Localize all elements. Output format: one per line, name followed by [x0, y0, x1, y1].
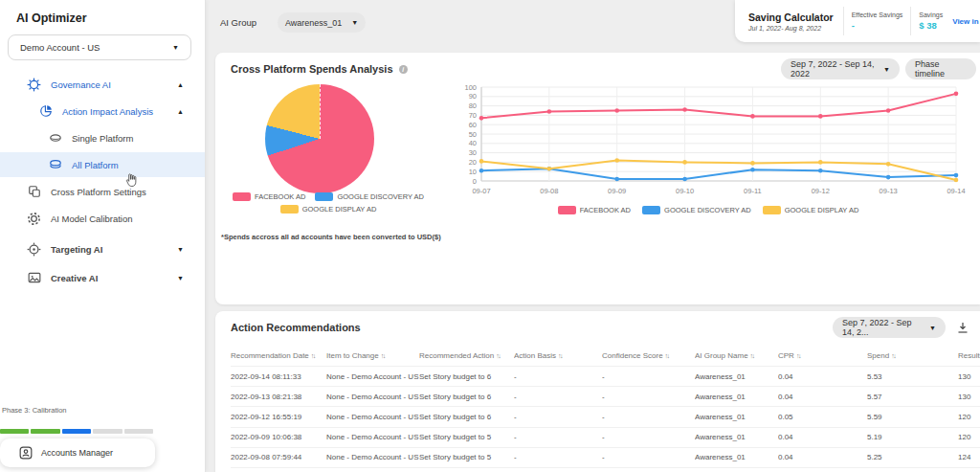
line-chart-legend: FACEBOOK ADGOOGLE DISCOVERY ADGOOGLE DIS…	[445, 206, 971, 214]
sidebar-item-label: All Platform	[72, 160, 119, 170]
table-cell: -	[602, 427, 695, 447]
legend-item[interactable]: GOOGLE DISCOVERY AD	[315, 192, 424, 201]
table-cell: -	[602, 447, 695, 467]
legend-label: GOOGLE DISCOVERY AD	[664, 206, 751, 214]
chevron-up-icon[interactable]: ▲	[177, 81, 184, 88]
table-cell: 0.04	[778, 467, 867, 472]
table-row: 2022-09-12 16:55:19None - Demo Account -…	[231, 407, 980, 427]
data-point	[682, 160, 687, 165]
phase-timeline-button[interactable]: Phase timeline	[905, 58, 976, 79]
sort-icon[interactable]: ↑↓	[796, 352, 800, 359]
sort-icon[interactable]: ↑↓	[665, 352, 669, 359]
table-cell: -	[602, 387, 695, 407]
column-header: Action Basis↑↓	[514, 346, 602, 367]
spend-trend-line-chart: 010203040506070809010009-0709-0809-0909-…	[445, 78, 971, 208]
sidebar-item-label: Targeting AI	[51, 244, 102, 255]
sidebar-item-ai-model-calibration[interactable]: AI Model Calibration	[0, 206, 205, 231]
sidebar-item-creative-ai[interactable]: Creative AI ▼	[0, 265, 205, 290]
table-cell: 5.45	[867, 467, 958, 472]
image-icon	[27, 271, 41, 285]
spends-date-range-value: Sep 7, 2022 - Sep 14, 2022	[791, 59, 876, 79]
legend-item[interactable]: GOOGLE DISPLAY AD	[280, 205, 377, 214]
saving-calculator-title: Saving Calculator	[748, 11, 834, 23]
table-cell: None - Demo Account - US	[326, 387, 419, 407]
all-platform-icon	[48, 158, 62, 172]
gear-icon	[27, 212, 41, 226]
legend-item[interactable]: FACEBOOK AD	[558, 206, 631, 214]
chevron-down-icon[interactable]: ▼	[177, 275, 184, 281]
accounts-manager-button[interactable]: Accounts Manager	[0, 438, 155, 467]
spends-date-range-dropdown[interactable]: Sep 7, 2022 - Sep 14, 2022 ▼	[781, 58, 900, 79]
recommendations-date-range-dropdown[interactable]: Sep 7, 2022 - Sep 14, 2... ▼	[833, 317, 946, 338]
column-header: Recommendation Date↑↓	[231, 346, 326, 367]
recommendations-title: Action Recommendations	[231, 322, 361, 333]
chevron-up-icon[interactable]: ▲	[177, 108, 184, 115]
table-cell: 0.04	[778, 387, 867, 407]
table-cell: Awareness_01	[695, 367, 778, 387]
legend-item[interactable]: GOOGLE DISCOVERY AD	[642, 206, 751, 214]
table-cell: 0.04	[778, 367, 867, 387]
sidebar-item-single-platform[interactable]: Single Platform	[0, 125, 205, 150]
sort-icon[interactable]: ↑↓	[496, 352, 500, 359]
data-point	[614, 108, 619, 113]
table-cell: 130	[958, 367, 980, 387]
recommendations-date-range-value: Sep 7, 2022 - Sep 14, 2...	[842, 318, 922, 337]
table-cell: Set Story budget to 5	[419, 427, 514, 447]
account-selector[interactable]: Demo Account - US ▼	[8, 34, 191, 60]
sort-icon[interactable]: ↑↓	[381, 352, 385, 359]
legend-swatch	[642, 206, 660, 214]
y-tick-label: 60	[469, 121, 477, 129]
table-row: 2022-09-07 08:34:29None - Demo Account -…	[231, 467, 980, 472]
sort-icon[interactable]: ↑↓	[311, 352, 315, 359]
ai-group-value: Awareness_01	[285, 18, 342, 28]
legend-label: GOOGLE DISCOVERY AD	[337, 192, 424, 201]
spend-share-pie-chart[interactable]	[265, 84, 374, 193]
column-header-label: Action Basis	[514, 351, 556, 360]
legend-item[interactable]: FACEBOOK AD	[233, 192, 305, 201]
sort-icon[interactable]: ↑↓	[891, 352, 895, 359]
y-tick-label: 40	[469, 139, 477, 147]
data-point	[547, 109, 552, 114]
sidebar-item-all-platform[interactable]: All Platform	[0, 152, 205, 177]
legend-item[interactable]: GOOGLE DISPLAY AD	[763, 206, 859, 214]
data-point	[818, 114, 823, 119]
table-cell: -	[514, 467, 602, 472]
chevron-down-icon: ▼	[172, 44, 179, 51]
sort-icon[interactable]: ↑↓	[750, 352, 754, 359]
x-tick-label: 09-13	[880, 187, 898, 195]
sidebar-item-governance-ai[interactable]: Governance AI ▲	[0, 72, 205, 97]
data-point	[547, 167, 552, 171]
sidebar-item-action-impact-analysis[interactable]: Action Impact Analysis ▲	[0, 99, 205, 124]
sidebar-item-targeting-ai[interactable]: Targeting AI ▼	[0, 236, 205, 261]
column-header-label: Recommended Action	[419, 351, 494, 360]
data-point	[479, 116, 484, 121]
sidebar: AI Optimizer Demo Account - US ▼ Governa…	[0, 0, 206, 472]
download-icon[interactable]	[957, 321, 969, 338]
ai-group-label: AI Group	[220, 17, 256, 28]
recommendations-table: Recommendation Date↑↓Item to Change↑↓Rec…	[231, 346, 980, 472]
sidebar-item-label: Action Impact Analysis	[62, 106, 153, 117]
column-header: Item to Change↑↓	[326, 346, 419, 367]
table-cell: 2022-09-14 08:11:33	[231, 367, 326, 387]
view-details-link[interactable]: View in Details	[950, 17, 980, 26]
ai-group-dropdown[interactable]: Awareness_01 ▼	[278, 12, 366, 33]
chevron-down-icon[interactable]: ▼	[177, 246, 184, 253]
x-tick-label: 09-09	[608, 187, 626, 195]
info-icon[interactable]: i	[399, 65, 408, 74]
table-cell: -	[514, 427, 602, 447]
effective-savings-value: -	[852, 20, 903, 31]
legend-label: GOOGLE DISPLAY AD	[785, 206, 859, 214]
sort-icon[interactable]: ↑↓	[558, 352, 562, 359]
table-cell: 5.53	[867, 367, 958, 387]
account-selector-value: Demo Account - US	[20, 42, 100, 53]
progress-segment	[62, 429, 91, 434]
table-cell: -	[602, 407, 695, 427]
ai-group-control: AI Group Awareness_01 ▼	[220, 12, 366, 33]
sidebar-item-cross-platform-settings[interactable]: Cross Platform Settings	[0, 179, 205, 204]
sidebar-item-label: Cross Platform Settings	[51, 187, 146, 197]
table-cell: 2022-09-07 08:34:29	[231, 467, 326, 472]
y-tick-label: 70	[469, 111, 477, 120]
chevron-down-icon: ▼	[351, 19, 358, 26]
spends-card-title: Cross Platform Spends Analysis	[231, 63, 393, 75]
data-point	[750, 161, 755, 166]
